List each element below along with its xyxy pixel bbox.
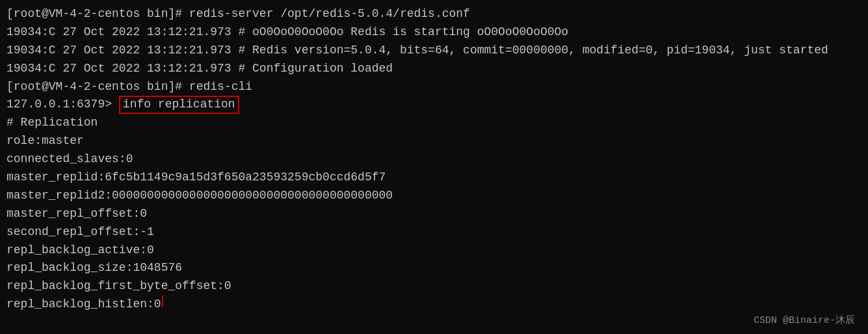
output-14: repl_backlog_active:0 (7, 242, 154, 260)
prompt-5: [root@VM-4-2-centos bin]# redis-cli (7, 78, 252, 96)
line-11: master_replid2:0000000000000000000000000… (7, 187, 861, 205)
output-10: master_replid:6fc5b1149c9a15d3f650a23593… (7, 169, 386, 187)
line-10: master_replid:6fc5b1149c9a15d3f650a23593… (7, 169, 861, 187)
output-9: connected_slaves:0 (7, 150, 133, 169)
highlighted-command: info replication (119, 96, 239, 113)
line-2: 19034:C 27 Oct 2022 13:12:21.973 # oO0Oo… (7, 23, 861, 42)
line-6: 127.0.0.1:6379> info replication (7, 96, 861, 114)
line-8: role:master (7, 132, 861, 150)
prompt-1: [root@VM-4-2-centos bin]# redis-server /… (7, 5, 470, 23)
output-8: role:master (7, 132, 84, 150)
output-12: master_repl_offset:0 (7, 205, 147, 223)
terminal: [root@VM-4-2-centos bin]# redis-server /… (0, 0, 868, 334)
watermark: CSDN @Binaire-沐辰 (754, 314, 855, 326)
log-2: 19034:C 27 Oct 2022 13:12:21.973 # oO0Oo… (7, 23, 568, 42)
line-14: repl_backlog_active:0 (7, 242, 861, 260)
line-1: [root@VM-4-2-centos bin]# redis-server /… (7, 5, 861, 23)
cursor (162, 296, 163, 307)
line-4: 19034:C 27 Oct 2022 13:12:21.973 # Confi… (7, 60, 861, 78)
line-3: 19034:C 27 Oct 2022 13:12:21.973 # Redis… (7, 42, 861, 60)
log-3: 19034:C 27 Oct 2022 13:12:21.973 # Redis… (7, 42, 828, 60)
line-13: second_repl_offset:-1 (7, 223, 861, 242)
log-4: 19034:C 27 Oct 2022 13:12:21.973 # Confi… (7, 60, 393, 78)
line-9: connected_slaves:0 (7, 150, 861, 169)
output-15: repl_backlog_size:1048576 (7, 259, 182, 277)
output-11: master_replid2:0000000000000000000000000… (7, 187, 393, 205)
line-16: repl_backlog_first_byte_offset:0 (7, 277, 861, 296)
output-17: repl_backlog_histlen:0 (7, 296, 161, 314)
redis-prompt: 127.0.0.1:6379> (7, 96, 119, 114)
line-7: # Replication (7, 114, 861, 132)
line-17: repl_backlog_histlen:0 (7, 296, 861, 314)
line-5: [root@VM-4-2-centos bin]# redis-cli (7, 78, 861, 96)
output-13: second_repl_offset:-1 (7, 223, 154, 242)
line-12: master_repl_offset:0 (7, 205, 861, 223)
output-16: repl_backlog_first_byte_offset:0 (7, 277, 231, 296)
output-7: # Replication (7, 114, 98, 132)
line-15: repl_backlog_size:1048576 (7, 259, 861, 277)
